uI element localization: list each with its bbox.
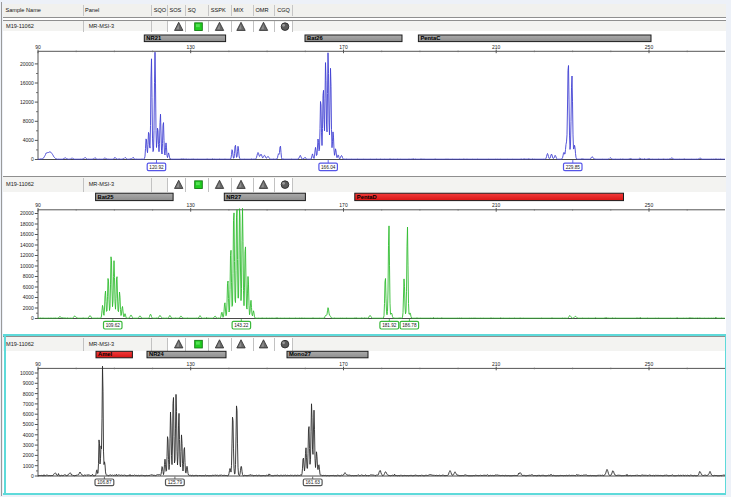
svg-text:170: 170 bbox=[339, 202, 348, 208]
svg-text:4000: 4000 bbox=[23, 432, 34, 438]
svg-text:16000: 16000 bbox=[20, 80, 34, 86]
svg-text:6000: 6000 bbox=[23, 284, 34, 290]
svg-text:18000: 18000 bbox=[20, 221, 34, 227]
svg-text:0: 0 bbox=[31, 156, 34, 162]
svg-text:125.79: 125.79 bbox=[168, 480, 183, 485]
svg-text:1000: 1000 bbox=[23, 463, 34, 469]
svg-text:130: 130 bbox=[187, 361, 196, 367]
svg-text:170: 170 bbox=[339, 44, 348, 50]
svg-text:16000: 16000 bbox=[20, 231, 34, 237]
svg-text:10000: 10000 bbox=[20, 263, 34, 269]
svg-text:NR24: NR24 bbox=[149, 351, 165, 357]
svg-text:130: 130 bbox=[187, 202, 196, 208]
svg-text:8000: 8000 bbox=[23, 391, 34, 397]
svg-text:4000: 4000 bbox=[23, 137, 34, 143]
svg-text:90: 90 bbox=[35, 202, 41, 208]
svg-text:170: 170 bbox=[339, 361, 348, 367]
svg-text:7000: 7000 bbox=[23, 401, 34, 407]
svg-text:0: 0 bbox=[31, 473, 34, 479]
svg-text:90: 90 bbox=[35, 361, 41, 367]
svg-text:14000: 14000 bbox=[20, 242, 34, 248]
svg-text:Amel: Amel bbox=[98, 351, 113, 357]
svg-text:210: 210 bbox=[492, 202, 501, 208]
svg-text:20000: 20000 bbox=[20, 210, 34, 216]
svg-text:90: 90 bbox=[35, 44, 41, 50]
svg-text:166.04: 166.04 bbox=[321, 165, 336, 170]
svg-text:NR21: NR21 bbox=[146, 35, 162, 41]
svg-text:12000: 12000 bbox=[20, 252, 34, 258]
svg-text:2000: 2000 bbox=[23, 452, 34, 458]
svg-text:Mono27: Mono27 bbox=[289, 351, 311, 357]
svg-text:109.62: 109.62 bbox=[106, 323, 121, 328]
svg-text:250: 250 bbox=[645, 361, 654, 367]
svg-text:6000: 6000 bbox=[23, 411, 34, 417]
svg-text:250: 250 bbox=[645, 202, 654, 208]
svg-text:161.63: 161.63 bbox=[306, 480, 321, 485]
svg-text:3000: 3000 bbox=[23, 442, 34, 448]
svg-text:8000: 8000 bbox=[23, 118, 34, 124]
svg-text:Bat25: Bat25 bbox=[98, 194, 115, 200]
svg-text:12000: 12000 bbox=[20, 99, 34, 105]
svg-text:0: 0 bbox=[31, 315, 34, 321]
svg-text:5000: 5000 bbox=[23, 421, 34, 427]
svg-text:PentaC: PentaC bbox=[420, 35, 441, 41]
svg-text:PentaD: PentaD bbox=[357, 194, 377, 200]
svg-text:186.78: 186.78 bbox=[402, 323, 417, 328]
svg-text:143.22: 143.22 bbox=[234, 323, 249, 328]
svg-text:210: 210 bbox=[492, 44, 501, 50]
svg-text:9000: 9000 bbox=[23, 380, 34, 386]
svg-text:250: 250 bbox=[645, 44, 654, 50]
svg-text:4000: 4000 bbox=[23, 294, 34, 300]
svg-text:229.85: 229.85 bbox=[566, 165, 581, 170]
svg-text:10000: 10000 bbox=[20, 370, 34, 376]
svg-text:120.92: 120.92 bbox=[149, 165, 164, 170]
svg-text:8000: 8000 bbox=[23, 273, 34, 279]
svg-text:20000: 20000 bbox=[20, 61, 34, 67]
svg-text:210: 210 bbox=[492, 361, 501, 367]
svg-text:Bat26: Bat26 bbox=[307, 35, 324, 41]
svg-text:130: 130 bbox=[187, 44, 196, 50]
svg-text:181.92: 181.92 bbox=[382, 323, 397, 328]
svg-text:NR27: NR27 bbox=[226, 194, 241, 200]
svg-text:2000: 2000 bbox=[23, 305, 34, 311]
svg-text:106.87: 106.87 bbox=[97, 480, 112, 485]
